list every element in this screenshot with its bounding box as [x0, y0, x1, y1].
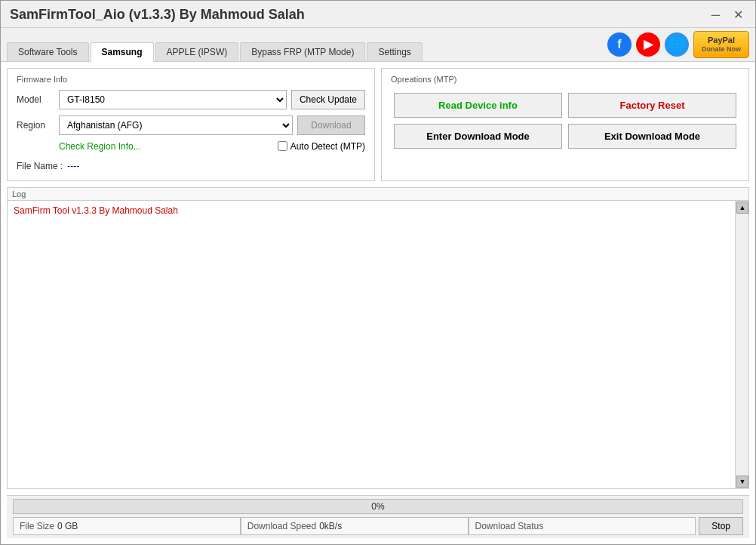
check-region-link[interactable]: Check Region Info...	[59, 141, 141, 152]
progress-section: 0% File Size 0 GB Download Speed 0kB/s D…	[7, 495, 749, 538]
auto-detect-row: Auto Detect (MTP)	[278, 141, 365, 152]
status-bar: File Size 0 GB Download Speed 0kB/s Down…	[13, 517, 743, 535]
tabs-container: Software Tools Samsung APPLE (IPSW) Bypa…	[7, 42, 607, 61]
download-button[interactable]: Download	[297, 115, 365, 135]
file-name-label: File Name :	[17, 161, 63, 171]
log-label: Log	[8, 188, 748, 201]
firmware-panel-title: Firmware Info	[17, 75, 365, 84]
region-label: Region	[17, 120, 54, 131]
stop-button[interactable]: Stop	[699, 517, 743, 535]
title-bar: SamFirmTool_Aio (v1.3.3) By Mahmoud Sala…	[1, 1, 755, 28]
download-speed-item: Download Speed 0kB/s	[241, 517, 469, 535]
check-update-button[interactable]: Check Update	[291, 90, 365, 109]
file-size-item: File Size 0 GB	[13, 517, 241, 535]
facebook-icon[interactable]: f	[607, 32, 632, 57]
top-panels: Firmware Info Model GT-I8150 Check Updat…	[7, 68, 749, 181]
auto-detect-label[interactable]: Auto Detect (MTP)	[290, 141, 365, 152]
download-speed-label: Download Speed	[247, 521, 316, 531]
operations-panel-title: Opreations (MTP)	[391, 75, 739, 84]
file-name-row: File Name : ----	[17, 158, 365, 174]
exit-download-mode-button[interactable]: Exit Download Mode	[568, 124, 736, 149]
globe-icon: 🌐	[668, 36, 685, 53]
web-icon[interactable]: 🌐	[665, 32, 689, 57]
paypal-button[interactable]: PayPal Donate Now	[693, 31, 749, 58]
operations-buttons: Read Device info Factory Reset Enter Dow…	[391, 90, 739, 152]
progress-text: 0%	[371, 501, 384, 512]
log-text: SamFirm Tool v1.3.3 By Mahmoud Salah	[14, 205, 733, 216]
scrollbar-up[interactable]: ▲	[736, 202, 748, 214]
enter-download-mode-button[interactable]: Enter Download Mode	[394, 124, 562, 149]
model-label: Model	[17, 94, 54, 105]
scrollbar-down[interactable]: ▼	[736, 476, 748, 488]
operations-panel: Opreations (MTP) Read Device info Factor…	[381, 68, 749, 181]
region-row: Region Afghanistan (AFG) Download	[17, 115, 365, 135]
download-status-label: Download Status	[475, 521, 544, 531]
window-title: SamFirmTool_Aio (v1.3.3) By Mahmoud Sala…	[10, 7, 305, 23]
window-controls: ─ ✕	[708, 9, 746, 21]
model-row: Model GT-I8150 Check Update	[17, 90, 365, 109]
progress-bar-container: 0%	[13, 499, 743, 514]
file-name-value: ----	[67, 161, 79, 171]
log-content[interactable]: SamFirm Tool v1.3.3 By Mahmoud Salah ▲ ▼	[8, 201, 748, 488]
factory-reset-button[interactable]: Factory Reset	[568, 93, 736, 118]
main-window: SamFirmTool_Aio (v1.3.3) By Mahmoud Sala…	[0, 0, 756, 545]
download-status-item: Download Status	[469, 517, 696, 535]
region-select[interactable]: Afghanistan (AFG)	[59, 115, 293, 135]
file-size-label: File Size	[20, 521, 54, 531]
tab-samsung[interactable]: Samsung	[91, 42, 154, 62]
model-select[interactable]: GT-I8150	[59, 90, 287, 109]
download-speed-value: 0kB/s	[319, 521, 342, 531]
paypal-line1: PayPal	[702, 35, 741, 45]
close-button[interactable]: ✕	[730, 9, 746, 21]
tab-settings[interactable]: Settings	[367, 42, 422, 61]
read-device-info-button[interactable]: Read Device info	[394, 93, 562, 118]
minimize-button[interactable]: ─	[708, 9, 723, 21]
paypal-line2: Donate Now	[702, 45, 741, 54]
youtube-icon[interactable]: ▶	[636, 32, 660, 57]
main-content: Firmware Info Model GT-I8150 Check Updat…	[1, 62, 755, 544]
auto-detect-checkbox[interactable]	[278, 141, 287, 151]
firmware-info-panel: Firmware Info Model GT-I8150 Check Updat…	[7, 68, 375, 181]
tab-software-tools[interactable]: Software Tools	[7, 42, 89, 61]
tab-bypass-frp[interactable]: Bypass FRP (MTP Mode)	[240, 42, 365, 61]
social-icons: f ▶ 🌐 PayPal Donate Now	[607, 31, 749, 61]
firmware-bottom-row: Check Region Info... Auto Detect (MTP)	[17, 141, 365, 152]
log-section: Log SamFirm Tool v1.3.3 By Mahmoud Salah…	[7, 187, 749, 489]
tab-apple-ipsw[interactable]: APPLE (IPSW)	[155, 42, 239, 61]
file-size-value: 0 GB	[57, 521, 78, 531]
